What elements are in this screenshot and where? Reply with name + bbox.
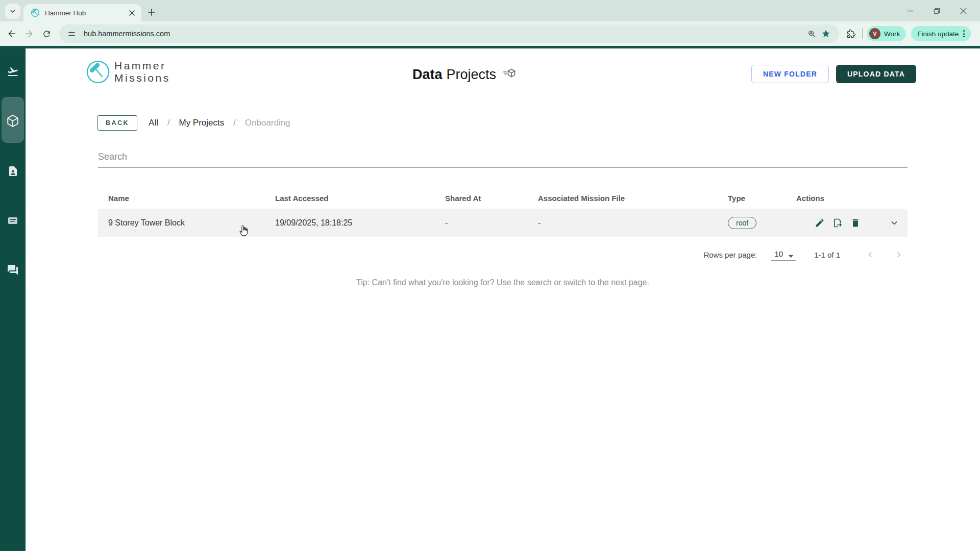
sidebar-item-data-projects[interactable]: [0, 109, 26, 133]
profile-label: Work: [884, 30, 900, 38]
bookmark-star-icon[interactable]: [819, 27, 833, 41]
tab-close-icon[interactable]: [127, 8, 136, 17]
export-file-icon[interactable]: [832, 218, 843, 228]
table-header-row: Name Last Accessed Shared At Associated …: [98, 187, 908, 209]
project-associated-mission-file: -: [538, 218, 728, 228]
projects-table: Name Last Accessed Shared At Associated …: [98, 187, 908, 237]
next-page-icon[interactable]: [890, 246, 908, 263]
pagination: Rows per page: 10 1-1 of 1: [98, 243, 908, 266]
back-button[interactable]: [3, 25, 20, 42]
zoom-icon[interactable]: [804, 27, 819, 41]
new-folder-button[interactable]: NEW FOLDER: [751, 65, 829, 83]
extensions-icon[interactable]: [842, 25, 860, 42]
minimize-button[interactable]: [902, 3, 918, 18]
column-header-actions: Actions: [796, 194, 881, 203]
edit-icon[interactable]: [815, 218, 825, 228]
column-header-name: Name: [98, 194, 275, 203]
rows-per-page-label: Rows per page:: [703, 251, 757, 259]
page-title: Data Projects: [412, 65, 516, 84]
rows-per-page-select[interactable]: 10: [771, 248, 796, 261]
upload-data-button[interactable]: UPLOAD DATA: [836, 65, 916, 83]
project-name[interactable]: 9 Storey Tower Block: [98, 218, 275, 228]
browser-toolbar: hub.hammermissions.com V Work Finish upd…: [0, 21, 980, 46]
project-last-accessed: 19/09/2025, 18:18:25: [275, 218, 445, 228]
page-title-bold: Data: [412, 67, 443, 83]
contact-page-icon: [7, 165, 19, 177]
sidebar-item-missions[interactable]: [0, 59, 26, 84]
avatar: V: [869, 28, 880, 39]
url-bar[interactable]: hub.hammermissions.com: [59, 24, 839, 43]
tip-text: Tip: Can't find what you're looking for?…: [98, 278, 908, 287]
breadcrumb-separator: /: [167, 118, 169, 128]
breadcrumb-separator: /: [233, 118, 235, 128]
column-header-shared-at: Shared At: [445, 194, 538, 203]
url-text: hub.hammermissions.com: [84, 30, 804, 38]
finish-update-button[interactable]: Finish update: [911, 26, 971, 41]
column-header-last-accessed: Last Accessed: [275, 194, 445, 203]
breadcrumb-current: Onboarding: [245, 118, 290, 128]
breadcrumb-all[interactable]: All: [149, 118, 158, 128]
breadcrumb-my-projects[interactable]: My Projects: [179, 118, 224, 128]
finish-update-label: Finish update: [917, 30, 959, 38]
new-tab-button[interactable]: [144, 5, 159, 20]
project-shared-at: -: [445, 218, 538, 228]
toolbar-divider: [862, 28, 863, 39]
sidebar-item-contacts[interactable]: [0, 159, 26, 183]
row-actions: [796, 218, 881, 228]
main-content: Hammer Missions Data Projects NEW FOLDER: [26, 48, 980, 551]
table-row[interactable]: 9 Storey Tower Block 19/09/2025, 18:18:2…: [98, 209, 908, 237]
column-header-type: Type: [728, 194, 796, 203]
hammer-favicon-icon: [31, 8, 40, 17]
forward-button[interactable]: [20, 25, 38, 42]
flight-takeoff-icon: [7, 65, 19, 78]
tab-strip: Hammer Hub: [0, 0, 980, 21]
previous-page-icon[interactable]: [862, 246, 879, 263]
window-controls: [902, 2, 976, 19]
chevron-down-icon: [9, 8, 16, 15]
rows-per-page-value: 10: [774, 249, 783, 258]
site-info-icon[interactable]: [64, 27, 79, 41]
list-card-icon: [7, 214, 19, 227]
expand-row-chevron-icon[interactable]: [881, 218, 908, 228]
breadcrumb: BACK All / My Projects / Onboarding: [97, 115, 290, 131]
browser-tab[interactable]: Hammer Hub: [23, 4, 141, 21]
tab-search-button[interactable]: [5, 4, 20, 19]
close-window-button[interactable]: [955, 3, 971, 18]
sidebar-nav: [0, 48, 26, 551]
brand-line2: Missions: [114, 72, 170, 84]
brand-logo: Hammer Missions: [86, 60, 170, 84]
restore-button[interactable]: [929, 3, 944, 18]
pagination-range: 1-1 of 1: [814, 251, 840, 259]
tab-title: Hammer Hub: [45, 9, 127, 17]
browser-window: Hammer Hub: [0, 0, 980, 551]
sidebar-item-records[interactable]: [0, 208, 26, 233]
brand-line1: Hammer: [114, 60, 170, 72]
forum-icon: [7, 264, 19, 276]
hammer-logo-icon: [86, 60, 110, 84]
select-caret-icon: [788, 255, 794, 258]
page-title-regular: Projects: [447, 67, 497, 83]
delete-icon[interactable]: [850, 218, 861, 228]
sidebar-item-chat[interactable]: [0, 258, 26, 282]
type-badge: roof: [728, 217, 756, 229]
reload-button[interactable]: [38, 25, 55, 42]
cube-icon: [6, 114, 19, 128]
cube-fast-icon: [502, 67, 516, 84]
profile-chip[interactable]: V Work: [867, 26, 906, 41]
column-header-associated-mission-file: Associated Mission File: [538, 194, 728, 203]
back-nav-button[interactable]: BACK: [97, 115, 137, 131]
search-input[interactable]: [98, 148, 908, 168]
browser-menu-icon[interactable]: [963, 30, 965, 37]
